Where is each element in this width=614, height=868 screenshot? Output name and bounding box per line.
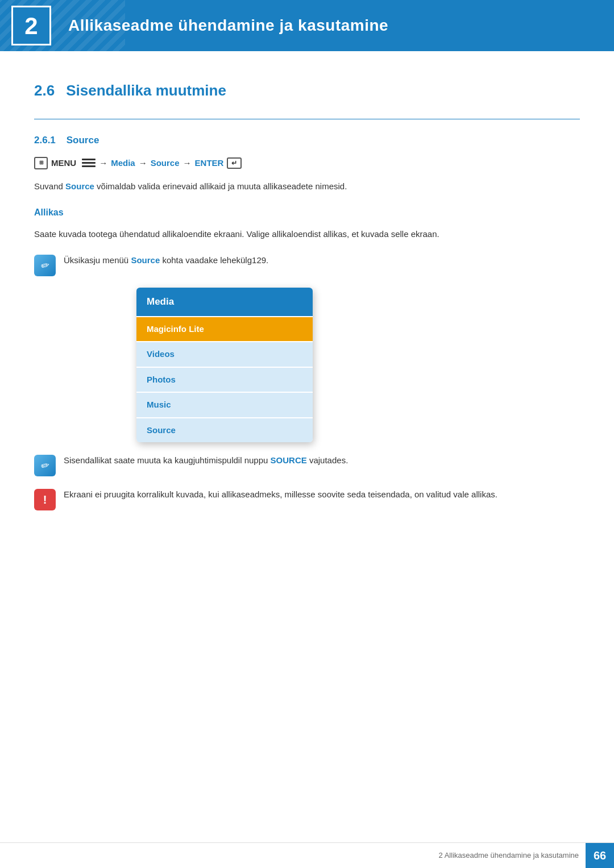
section-number: 2.6: [34, 80, 55, 102]
note-icon-pencil-1: ✏: [34, 255, 56, 276]
subsection-title: Source: [67, 135, 99, 146]
body-text-1: Suvand Source võimaldab valida erinevaid…: [34, 180, 580, 193]
section-title: Sisendallika muutmine: [66, 80, 226, 102]
media-label: Media: [111, 157, 135, 170]
chapter-number: 2: [24, 8, 38, 44]
pencil-icon-1: ✏: [39, 257, 51, 274]
note-row-1: ✏ Üksikasju menüü Source kohta vaadake l…: [34, 254, 580, 276]
arrow2: →: [139, 157, 147, 170]
menu-item-3: Music: [136, 392, 313, 417]
note1-bold: Source: [131, 255, 160, 265]
bar3: [82, 165, 96, 167]
header-title: Allikaseadme ühendamine ja kasutamine: [68, 14, 388, 38]
page-footer: 2 Allikaseadme ühendamine ja kasutamine …: [0, 842, 614, 868]
note1-end: kohta vaadake lehekülg129.: [160, 255, 268, 265]
menu-icon: ⊞: [34, 157, 48, 169]
menu-icon-label: ⊞: [39, 159, 43, 167]
menu-bars-icon: [82, 157, 96, 169]
note-row-3: ! Ekraani ei pruugita korralikult kuvada…: [34, 488, 580, 510]
subsection-number: 2.6.1: [34, 135, 56, 146]
menu-item-1: Videos: [136, 341, 313, 367]
arrow1: →: [99, 157, 107, 170]
pencil-icon-2: ✏: [39, 457, 51, 474]
note-icon-pencil-2: ✏: [34, 455, 56, 476]
subsection-heading: 2.6.1 Source: [34, 133, 580, 148]
note-text-1: Üksikasju menüü Source kohta vaadake leh…: [64, 254, 580, 267]
exclamation-icon: !: [43, 491, 47, 508]
menu-item-2: Photos: [136, 367, 313, 392]
body-bold-1: Source: [65, 181, 94, 191]
page-header: 2 Allikaseadme ühendamine ja kasutamine: [0, 0, 614, 51]
note2-bold: SOURCE: [271, 455, 307, 465]
enter-icon: ↵: [227, 157, 242, 169]
note-icon-warning: !: [34, 489, 56, 510]
bar2: [82, 162, 96, 164]
enter-label: ENTER: [195, 157, 224, 170]
body-text-1-end: võimaldab valida erinevaid allikaid ja m…: [94, 181, 347, 191]
menu-label: MENU: [51, 157, 76, 170]
sub-sub-heading: Allikas: [34, 206, 580, 219]
menu-item-0: Magicinfo Lite: [136, 316, 313, 342]
note2-end: vajutades.: [307, 455, 349, 465]
main-content: 2.6 Sisendallika muutmine 2.6.1 Source ⊞…: [0, 51, 614, 567]
body-text-1-start: Suvand: [34, 181, 65, 191]
note-text-2: Sisendallikat saate muuta ka kaugjuhtimi…: [64, 454, 580, 467]
note2-start: Sisendallikat saate muuta ka kaugjuhtimi…: [64, 455, 271, 465]
chapter-number-box: 2: [11, 6, 51, 45]
bar1: [82, 159, 96, 160]
note1-start: Üksikasju menüü: [64, 255, 131, 265]
menu-popup: Media Magicinfo Lite Videos Photos Music…: [136, 288, 313, 442]
note-text-3: Ekraani ei pruugita korralikult kuvada, …: [64, 488, 580, 501]
arrow3: →: [183, 157, 192, 170]
source-label: Source: [151, 157, 180, 170]
menu-item-4: Source: [136, 417, 313, 443]
menu-popup-container: Media Magicinfo Lite Videos Photos Music…: [136, 288, 580, 442]
footer-page-number: 66: [586, 843, 614, 869]
section-heading: 2.6 Sisendallika muutmine: [34, 80, 580, 102]
menu-path-row: ⊞ MENU → Media → Source → ENTER ↵: [34, 157, 580, 170]
note-row-2: ✏ Sisendallikat saate muuta ka kaugjuhti…: [34, 454, 580, 476]
body-text-2: Saate kuvada tootega ühendatud allikaloe…: [34, 227, 580, 241]
menu-popup-header: Media: [136, 288, 313, 316]
section-divider: [34, 119, 580, 119]
footer-chapter-ref: 2 Allikaseadme ühendamine ja kasutamine: [439, 850, 586, 861]
